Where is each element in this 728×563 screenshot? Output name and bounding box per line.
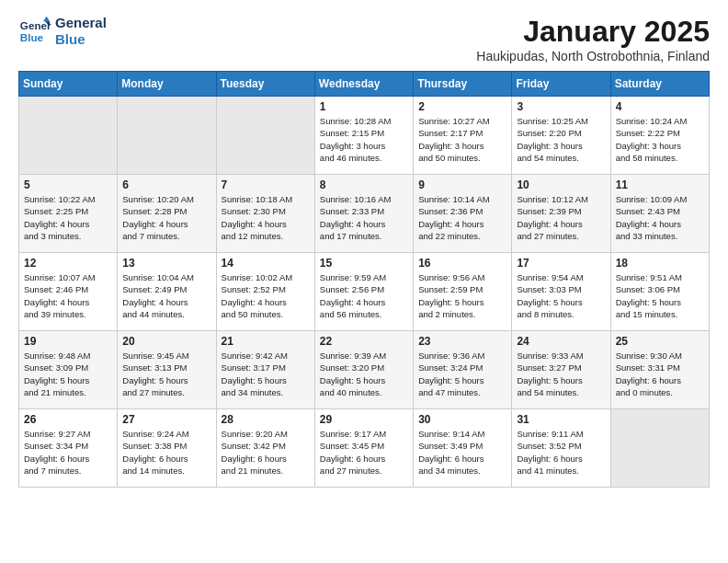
cell-text: Sunrise: 10:16 AMSunset: 2:33 PMDaylight… [320, 193, 408, 242]
cell-text: Sunrise: 9:42 AMSunset: 3:17 PMDaylight:… [222, 350, 310, 398]
calendar-cell: 22Sunrise: 9:39 AMSunset: 3:20 PMDayligh… [314, 331, 413, 409]
calendar-cell: 6Sunrise: 10:20 AMSunset: 2:28 PMDayligh… [118, 175, 216, 253]
day-number: 22 [320, 335, 408, 348]
calendar-cell: 26Sunrise: 9:27 AMSunset: 3:34 PMDayligh… [19, 409, 118, 488]
cell-text: Sunrise: 9:39 AMSunset: 3:20 PMDaylight:… [320, 350, 408, 398]
day-number: 3 [517, 100, 605, 113]
cell-text: Sunrise: 9:45 AMSunset: 3:13 PMDaylight:… [122, 350, 210, 398]
cell-text: Sunrise: 9:17 AMSunset: 3:45 PMDaylight:… [320, 428, 408, 477]
week-row-0: 1Sunrise: 10:28 AMSunset: 2:15 PMDayligh… [19, 97, 710, 175]
week-row-4: 26Sunrise: 9:27 AMSunset: 3:34 PMDayligh… [19, 409, 710, 488]
week-row-1: 5Sunrise: 10:22 AMSunset: 2:25 PMDayligh… [19, 175, 710, 253]
day-number: 10 [517, 178, 605, 191]
day-number: 24 [517, 335, 605, 348]
calendar-cell: 28Sunrise: 9:20 AMSunset: 3:42 PMDayligh… [216, 409, 314, 488]
day-number: 17 [517, 257, 605, 270]
calendar-cell: 21Sunrise: 9:42 AMSunset: 3:17 PMDayligh… [216, 331, 314, 409]
header-saturday: Saturday [610, 72, 709, 97]
week-row-3: 19Sunrise: 9:48 AMSunset: 3:09 PMDayligh… [19, 331, 710, 409]
calendar-header-row: SundayMondayTuesdayWednesdayThursdayFrid… [19, 72, 710, 97]
cell-text: Sunrise: 10:02 AMSunset: 2:52 PMDaylight… [222, 271, 310, 320]
day-number: 28 [222, 413, 310, 426]
calendar-table: SundayMondayTuesdayWednesdayThursdayFrid… [18, 71, 710, 488]
cell-text: Sunrise: 10:04 AMSunset: 2:49 PMDaylight… [122, 271, 210, 320]
calendar-cell: 4Sunrise: 10:24 AMSunset: 2:22 PMDayligh… [610, 97, 709, 175]
calendar-cell [216, 97, 314, 175]
calendar-cell: 11Sunrise: 10:09 AMSunset: 2:43 PMDaylig… [610, 175, 709, 253]
calendar-cell: 10Sunrise: 10:12 AMSunset: 2:39 PMDaylig… [512, 175, 610, 253]
cell-text: Sunrise: 10:28 AMSunset: 2:15 PMDaylight… [320, 115, 408, 164]
day-number: 23 [418, 335, 506, 348]
day-number: 7 [222, 178, 310, 191]
calendar-cell: 17Sunrise: 9:54 AMSunset: 3:03 PMDayligh… [512, 253, 610, 331]
day-number: 18 [616, 257, 704, 270]
day-number: 30 [418, 413, 506, 426]
calendar-cell: 15Sunrise: 9:59 AMSunset: 2:56 PMDayligh… [314, 253, 413, 331]
calendar-cell: 2Sunrise: 10:27 AMSunset: 2:17 PMDayligh… [414, 97, 512, 175]
calendar-cell: 23Sunrise: 9:36 AMSunset: 3:24 PMDayligh… [414, 331, 512, 409]
logo-icon: General Blue [18, 15, 51, 48]
calendar-cell: 16Sunrise: 9:56 AMSunset: 2:59 PMDayligh… [414, 253, 512, 331]
day-number: 31 [517, 413, 605, 426]
cell-text: Sunrise: 10:20 AMSunset: 2:28 PMDaylight… [122, 193, 210, 242]
day-number: 29 [320, 413, 408, 426]
day-number: 4 [616, 100, 704, 113]
cell-text: Sunrise: 9:27 AMSunset: 3:34 PMDaylight:… [24, 428, 112, 477]
header-tuesday: Tuesday [216, 72, 314, 97]
title-block: January 2025 Haukipudas, North Ostroboth… [476, 15, 710, 63]
calendar-cell: 24Sunrise: 9:33 AMSunset: 3:27 PMDayligh… [512, 331, 610, 409]
cell-text: Sunrise: 10:09 AMSunset: 2:43 PMDaylight… [616, 193, 704, 242]
cell-text: Sunrise: 9:33 AMSunset: 3:27 PMDaylight:… [517, 350, 605, 398]
calendar-cell: 18Sunrise: 9:51 AMSunset: 3:06 PMDayligh… [610, 253, 709, 331]
header-wednesday: Wednesday [314, 72, 413, 97]
logo-blue-text: Blue [55, 31, 107, 48]
day-number: 16 [418, 257, 506, 270]
calendar-cell: 3Sunrise: 10:25 AMSunset: 2:20 PMDayligh… [512, 97, 610, 175]
page-header: General Blue General Blue January 2025 H… [18, 15, 710, 63]
day-number: 5 [24, 178, 112, 191]
day-number: 26 [24, 413, 112, 426]
cell-text: Sunrise: 10:12 AMSunset: 2:39 PMDaylight… [517, 193, 605, 242]
day-number: 15 [320, 257, 408, 270]
cell-text: Sunrise: 9:56 AMSunset: 2:59 PMDaylight:… [418, 271, 506, 320]
calendar-cell: 5Sunrise: 10:22 AMSunset: 2:25 PMDayligh… [19, 175, 118, 253]
day-number: 19 [24, 335, 112, 348]
cell-text: Sunrise: 9:30 AMSunset: 3:31 PMDaylight:… [616, 350, 704, 398]
svg-text:Blue: Blue [20, 31, 44, 43]
day-number: 9 [418, 178, 506, 191]
week-row-2: 12Sunrise: 10:07 AMSunset: 2:46 PMDaylig… [19, 253, 710, 331]
day-number: 12 [24, 257, 112, 270]
cell-text: Sunrise: 9:48 AMSunset: 3:09 PMDaylight:… [24, 350, 112, 398]
header-friday: Friday [512, 72, 610, 97]
calendar-cell: 12Sunrise: 10:07 AMSunset: 2:46 PMDaylig… [19, 253, 118, 331]
cell-text: Sunrise: 10:07 AMSunset: 2:46 PMDaylight… [24, 271, 112, 320]
calendar-cell: 25Sunrise: 9:30 AMSunset: 3:31 PMDayligh… [610, 331, 709, 409]
calendar-cell: 31Sunrise: 9:11 AMSunset: 3:52 PMDayligh… [512, 409, 610, 488]
day-number: 6 [122, 178, 210, 191]
cell-text: Sunrise: 9:36 AMSunset: 3:24 PMDaylight:… [418, 350, 506, 398]
calendar-cell: 7Sunrise: 10:18 AMSunset: 2:30 PMDayligh… [216, 175, 314, 253]
calendar-cell: 30Sunrise: 9:14 AMSunset: 3:49 PMDayligh… [414, 409, 512, 488]
day-number: 20 [122, 335, 210, 348]
day-number: 25 [616, 335, 704, 348]
location-title: Haukipudas, North Ostrobothnia, Finland [476, 49, 710, 63]
header-thursday: Thursday [414, 72, 512, 97]
cell-text: Sunrise: 9:51 AMSunset: 3:06 PMDaylight:… [616, 271, 704, 320]
cell-text: Sunrise: 9:14 AMSunset: 3:49 PMDaylight:… [418, 428, 506, 477]
logo: General Blue General Blue [18, 15, 107, 48]
day-number: 14 [222, 257, 310, 270]
cell-text: Sunrise: 9:11 AMSunset: 3:52 PMDaylight:… [517, 428, 605, 477]
calendar-cell: 9Sunrise: 10:14 AMSunset: 2:36 PMDayligh… [414, 175, 512, 253]
day-number: 11 [616, 178, 704, 191]
cell-text: Sunrise: 10:22 AMSunset: 2:25 PMDaylight… [24, 193, 112, 242]
calendar-cell: 19Sunrise: 9:48 AMSunset: 3:09 PMDayligh… [19, 331, 118, 409]
day-number: 2 [418, 100, 506, 113]
day-number: 21 [222, 335, 310, 348]
cell-text: Sunrise: 9:54 AMSunset: 3:03 PMDaylight:… [517, 271, 605, 320]
calendar-cell: 1Sunrise: 10:28 AMSunset: 2:15 PMDayligh… [314, 97, 413, 175]
calendar-cell: 27Sunrise: 9:24 AMSunset: 3:38 PMDayligh… [118, 409, 216, 488]
calendar-cell: 29Sunrise: 9:17 AMSunset: 3:45 PMDayligh… [314, 409, 413, 488]
calendar-cell [118, 97, 216, 175]
day-number: 1 [320, 100, 408, 113]
cell-text: Sunrise: 10:25 AMSunset: 2:20 PMDaylight… [517, 115, 605, 164]
